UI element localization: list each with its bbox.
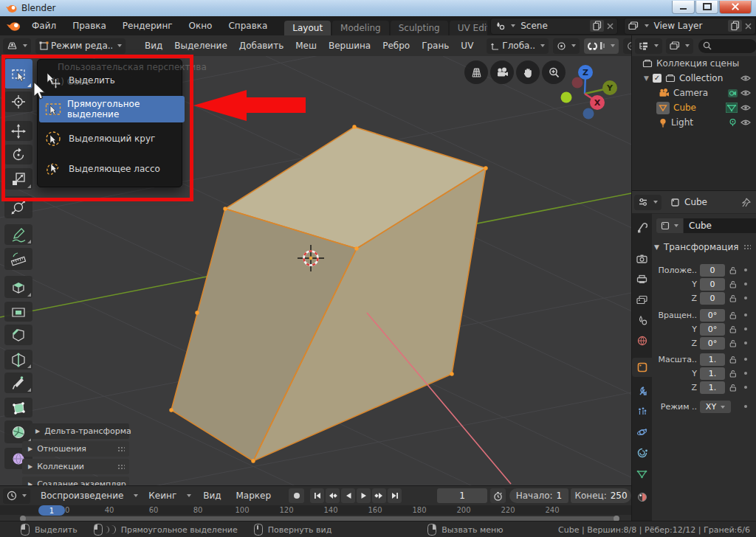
location-y-field[interactable]: 0	[700, 278, 725, 291]
tab-modeling[interactable]: Modeling	[332, 21, 389, 35]
menu-add[interactable]: Добавить	[233, 41, 289, 51]
editor-type-button[interactable]	[634, 195, 662, 210]
playhead[interactable]: 1	[38, 505, 65, 516]
tab-scene[interactable]	[632, 311, 652, 330]
menu-vertex[interactable]: Вершина	[323, 41, 377, 51]
frame-end-field[interactable]: Конец: 250	[571, 488, 631, 503]
tab-particles[interactable]	[632, 402, 652, 421]
tab-object-data[interactable]	[632, 464, 652, 483]
eye-visibility-icon[interactable]	[740, 89, 751, 97]
scale-x-field[interactable]: 1.	[700, 353, 725, 366]
tab-tool[interactable]	[632, 218, 652, 237]
unlink-icon[interactable]	[607, 23, 614, 30]
use-preview-range-button[interactable]	[490, 488, 506, 503]
panel-drag-dots-icon[interactable]	[117, 464, 125, 470]
menu-edge[interactable]: Ребро	[377, 41, 416, 51]
tab-layout[interactable]: Layout	[284, 21, 331, 35]
tab-uv-editing[interactable]: UV Editing	[450, 21, 487, 35]
tab-modifiers[interactable]	[632, 381, 652, 401]
rotation-mode-dropdown[interactable]: XY	[700, 401, 731, 413]
menu-uv[interactable]: UV	[455, 41, 479, 51]
popup-item-circle-select[interactable]: Выделяющий круг	[39, 125, 185, 152]
lock-icon[interactable]	[729, 356, 737, 364]
pivot-point-dropdown[interactable]	[553, 38, 580, 54]
menu-render[interactable]: Рендеринг	[114, 21, 181, 31]
rotation-z-field[interactable]: 0°	[700, 337, 725, 350]
menu-face[interactable]: Грань	[416, 41, 455, 51]
tool-inset-faces[interactable]	[4, 302, 32, 322]
scene-selector[interactable]: Scene	[490, 18, 617, 35]
pan-view-button[interactable]	[516, 60, 540, 84]
scale-y-field[interactable]: 1.	[700, 367, 725, 380]
location-z-field[interactable]: 0	[700, 292, 725, 305]
rotation-x-field[interactable]: 0°	[700, 309, 725, 322]
jump-to-end-button[interactable]	[388, 488, 402, 503]
section-delta-transform[interactable]: ▶ Дельта-трансформа	[30, 423, 129, 439]
tab-render[interactable]	[632, 249, 652, 268]
animate-dot-icon[interactable]	[744, 405, 747, 408]
animate-dot-icon[interactable]	[744, 372, 747, 375]
lock-icon[interactable]	[729, 294, 737, 302]
snap-toggle-group[interactable]	[584, 38, 619, 54]
outliner-camera-row[interactable]: Camera	[632, 86, 756, 100]
tab-constraints[interactable]	[632, 443, 652, 462]
gizmo-neg-y-ball[interactable]	[561, 92, 572, 103]
gizmo-neg-x-ball[interactable]	[572, 77, 583, 89]
lock-icon[interactable]	[729, 339, 737, 347]
frame-start-field[interactable]: Начало: 1	[509, 488, 568, 503]
animate-dot-icon[interactable]	[744, 358, 747, 361]
animate-dot-icon[interactable]	[744, 342, 747, 344]
outliner-search-input[interactable]	[698, 39, 756, 53]
zoom-view-button[interactable]	[542, 60, 566, 84]
lock-icon[interactable]	[729, 266, 737, 274]
tool-transform[interactable]	[4, 196, 32, 218]
timeline-view-menu[interactable]: Вид	[197, 491, 227, 501]
display-mode-dropdown[interactable]	[666, 38, 693, 54]
maximize-button[interactable]	[695, 1, 718, 14]
close-button[interactable]	[719, 1, 752, 14]
disclosure-triangle-icon[interactable]: ▼	[644, 75, 649, 82]
play-reverse-button[interactable]	[341, 488, 355, 503]
popup-item-tweak[interactable]: Выделить	[39, 67, 185, 94]
tool-scale[interactable]	[4, 168, 32, 190]
lock-icon[interactable]	[729, 325, 737, 333]
outliner-scene-collection-row[interactable]: Коллекция сцены	[632, 56, 756, 71]
outliner-collection-row[interactable]: ▼ ✓ Collection	[632, 71, 756, 86]
popup-item-lasso-select[interactable]: Выделяющее лассо	[39, 156, 185, 182]
lock-icon[interactable]	[729, 280, 737, 288]
outliner-light-row[interactable]: Light	[632, 115, 756, 130]
jump-to-start-button[interactable]	[310, 488, 324, 503]
tool-box-select[interactable]	[4, 59, 32, 89]
editor-type-button[interactable]	[635, 38, 662, 54]
tab-material[interactable]	[632, 488, 652, 507]
lock-icon[interactable]	[729, 384, 737, 392]
tool-extrude-region[interactable]	[4, 276, 32, 298]
location-x-field[interactable]: 0	[700, 264, 725, 277]
section-relations[interactable]: ▶ Отношения	[22, 441, 129, 457]
eye-visibility-icon[interactable]	[740, 75, 751, 82]
outliner-cube-row[interactable]: Cube	[632, 100, 756, 115]
playback-menu[interactable]: Воспроизведение	[35, 491, 138, 501]
tool-rotate[interactable]	[4, 145, 32, 164]
menu-edit[interactable]: Правка	[64, 21, 114, 31]
tab-view-layer[interactable]	[632, 290, 652, 309]
tool-move[interactable]	[4, 121, 32, 141]
gizmo-neg-z-ball[interactable]	[583, 108, 594, 119]
panel-drag-dots-icon[interactable]	[743, 244, 751, 250]
menu-view[interactable]: Вид	[139, 41, 168, 51]
tool-loop-cut[interactable]	[4, 350, 32, 370]
keying-menu[interactable]: Кеинг	[142, 491, 191, 501]
tool-cursor[interactable]	[4, 91, 32, 112]
lock-icon[interactable]	[729, 311, 737, 319]
menu-file[interactable]: Файл	[24, 21, 64, 31]
collection-checkbox[interactable]: ✓	[653, 74, 662, 83]
animate-dot-icon[interactable]	[744, 386, 747, 389]
tab-output[interactable]	[632, 269, 652, 288]
tool-bevel[interactable]	[4, 325, 32, 345]
tool-annotate[interactable]	[4, 224, 32, 245]
toggle-ortho-button[interactable]	[464, 60, 488, 84]
tab-physics[interactable]	[632, 423, 652, 442]
popup-item-box-select[interactable]: Прямоугольное выделение	[39, 96, 185, 122]
timeline-marker-menu[interactable]: Маркер	[230, 491, 278, 501]
menu-select[interactable]: Выделение	[168, 41, 233, 51]
